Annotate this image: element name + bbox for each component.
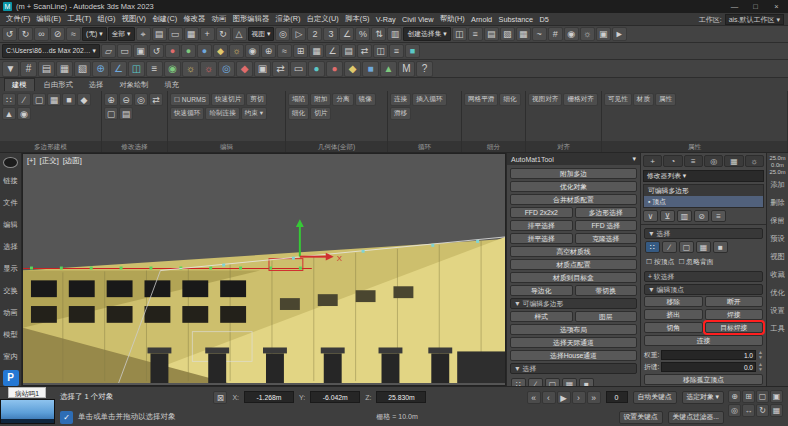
render-setup-icon[interactable]: ☼ — [182, 61, 199, 77]
tool-panel-button[interactable]: 样式 — [510, 311, 573, 322]
previous-frame-icon[interactable]: ‹ — [542, 391, 556, 404]
unlink-selection-icon[interactable]: ⊘ — [50, 27, 65, 41]
minimize-button[interactable]: — — [726, 2, 743, 11]
strip-item[interactable]: 添加 — [770, 176, 784, 193]
soft-selection-rollout-header[interactable]: + 软选择 — [644, 271, 763, 282]
rail-item[interactable]: 交换 — [0, 282, 21, 300]
help-icon[interactable]: ? — [416, 61, 433, 77]
rail-item[interactable]: 显示 — [0, 260, 21, 278]
coord-x-field[interactable]: -1.268m — [244, 391, 294, 403]
light-lister-icon[interactable]: ☼ — [200, 61, 217, 77]
video-post-icon[interactable]: ▣ — [254, 61, 271, 77]
vertex-icon[interactable]: ∷ — [645, 241, 660, 253]
maximize-viewport-icon[interactable]: ▦ — [770, 404, 783, 417]
toggle-scene-explorer-icon[interactable]: ▤ — [484, 27, 499, 41]
insert-loop-button[interactable]: 插入循环 — [412, 93, 446, 106]
tool-panel-button[interactable]: 高空材质线 — [510, 246, 637, 257]
selected-objects-dropdown[interactable]: 选定对象 ▾ — [682, 391, 725, 404]
viewport-shading-label[interactable]: [边面] — [63, 156, 82, 166]
paint-connect-button[interactable]: 绘制连接 — [205, 107, 239, 120]
align-icon[interactable]: ≡ — [468, 27, 483, 41]
checkbox-option[interactable]: ☐ 忽略背面 — [677, 255, 714, 269]
curve-editor-icon[interactable]: ~ — [532, 27, 547, 41]
menu-item[interactable]: 脚本(S) — [342, 14, 373, 24]
shrink-selection-icon[interactable]: ⊖ — [119, 93, 133, 106]
menu-item[interactable]: D5 — [536, 15, 552, 24]
rail-item[interactable]: 选择 — [0, 238, 21, 256]
collapse-stack-icon[interactable]: ◉ — [17, 107, 31, 120]
align-icon[interactable]: ≡ — [146, 61, 163, 77]
coord-y-field[interactable]: -6.042m — [310, 391, 360, 403]
snap-toggle-2d-icon[interactable]: 2 — [307, 27, 322, 41]
hierarchy-tab-icon[interactable]: ≡ — [684, 155, 703, 167]
menu-item[interactable]: 自定义(U) — [304, 14, 342, 24]
effects-icon[interactable]: ◆ — [236, 61, 253, 77]
orbit-icon[interactable]: ↻ — [756, 404, 769, 417]
menu-item[interactable]: 修改器 — [180, 14, 208, 24]
spinner-arrows-icon[interactable]: ▲▼ — [758, 350, 763, 360]
attach-button[interactable]: 附加 — [310, 93, 331, 106]
schematic-view-icon[interactable]: # — [548, 27, 563, 41]
select-and-manipulate-icon[interactable]: ▷ — [291, 27, 306, 41]
material-editor-icon[interactable]: ◉ — [564, 27, 579, 41]
rail-item[interactable]: 动画 — [0, 304, 21, 322]
viewport-pov-label[interactable]: [正交] — [40, 156, 59, 166]
constraints-dropdown[interactable]: 约束 ▾ — [241, 107, 267, 120]
system-icon[interactable]: ⊞ — [293, 44, 308, 58]
slide-loop-button[interactable]: 滑移 — [390, 107, 411, 120]
plugin-icon[interactable]: ● — [181, 44, 196, 58]
grid-icon[interactable]: ▦ — [309, 44, 324, 58]
menu-item[interactable]: 图形编辑器 — [230, 14, 273, 24]
stack-item[interactable]: ▪ 顶点 — [644, 196, 763, 207]
create-tab-icon[interactable]: + — [643, 155, 662, 167]
plugin-tool-icon[interactable]: ▲ — [380, 61, 397, 77]
strip-item[interactable]: 收藏 — [770, 266, 784, 283]
connect-button[interactable]: 连接 — [390, 93, 411, 106]
element-icon[interactable]: ■ — [713, 241, 728, 253]
spacing-tool-icon[interactable]: ⇄ — [357, 44, 372, 58]
menu-item[interactable]: 工具(T) — [64, 14, 94, 24]
mirror-button[interactable]: 镜像 — [355, 93, 376, 106]
checkbox-option[interactable]: ☐ 按顶点 — [645, 255, 675, 269]
go-to-start-icon[interactable]: « — [527, 391, 541, 404]
pivot-icon[interactable]: ◆ — [77, 93, 91, 106]
selection-rollout-header[interactable]: ▼ 选择 — [644, 228, 763, 239]
asset-tracking-icon[interactable]: ⇄ — [272, 61, 289, 77]
plugin-tool-icon[interactable]: ■ — [362, 61, 379, 77]
element-icon[interactable]: ■ — [579, 378, 594, 386]
menu-item[interactable]: 渲染(R) — [272, 14, 303, 24]
camera-icon[interactable]: ◉ — [245, 44, 260, 58]
select-and-link-icon[interactable]: ∞ — [34, 27, 49, 41]
align-tool-icon[interactable]: ≡ — [389, 44, 404, 58]
render-production-icon[interactable]: ► — [612, 27, 627, 41]
named-selection-set-combo[interactable]: (无) ▾ — [82, 27, 107, 41]
menu-item[interactable]: 帮助(H) — [437, 14, 468, 24]
tool-panel-button[interactable]: ▼ 选择 — [510, 363, 637, 374]
strip-item[interactable]: 预设 — [770, 230, 784, 247]
strip-item[interactable]: 工具 — [770, 320, 784, 337]
make-unique-icon[interactable]: ▥ — [677, 210, 692, 222]
snaps-toggle-icon[interactable]: ⊕ — [92, 61, 109, 77]
select-and-scale-icon[interactable]: △ — [232, 27, 247, 41]
detach-button[interactable]: 分离 — [332, 93, 353, 106]
array-icon[interactable]: ▤ — [341, 44, 356, 58]
create-selection-set-combo[interactable]: 创建选择集 ▾ — [403, 27, 450, 41]
edit-vertices-rollout-header[interactable]: ▼ 编辑顶点 — [644, 284, 763, 295]
nurms-toggle[interactable]: ☐ NURMS — [170, 93, 210, 106]
rail-item[interactable]: 室内 — [0, 348, 21, 366]
edit-vertices-button[interactable]: 切角 — [644, 322, 703, 333]
tool-panel-button[interactable]: 带切换 — [575, 285, 638, 296]
coord-z-field[interactable]: 25.830m — [376, 391, 426, 403]
light-icon[interactable]: ☼ — [229, 44, 244, 58]
edit-named-selection-icon[interactable]: ▥ — [387, 27, 402, 41]
percent-snap-icon[interactable]: % — [355, 27, 370, 41]
tool-panel-button[interactable]: 优化对象 — [510, 181, 637, 192]
tessellate-button[interactable]: 细化 — [288, 107, 309, 120]
zoom-extents-all-icon[interactable]: ▣ — [770, 390, 783, 403]
edit-vertices-button[interactable]: 焊接 — [705, 309, 764, 320]
tool-panel-button[interactable]: 选择天际通道 — [510, 337, 637, 348]
next-frame-icon[interactable]: › — [572, 391, 586, 404]
element-mode-icon[interactable]: ■ — [62, 93, 76, 106]
window-crossing-icon[interactable]: ▦ — [184, 27, 199, 41]
ribbon-tab[interactable]: 对象绘制 — [112, 79, 155, 91]
